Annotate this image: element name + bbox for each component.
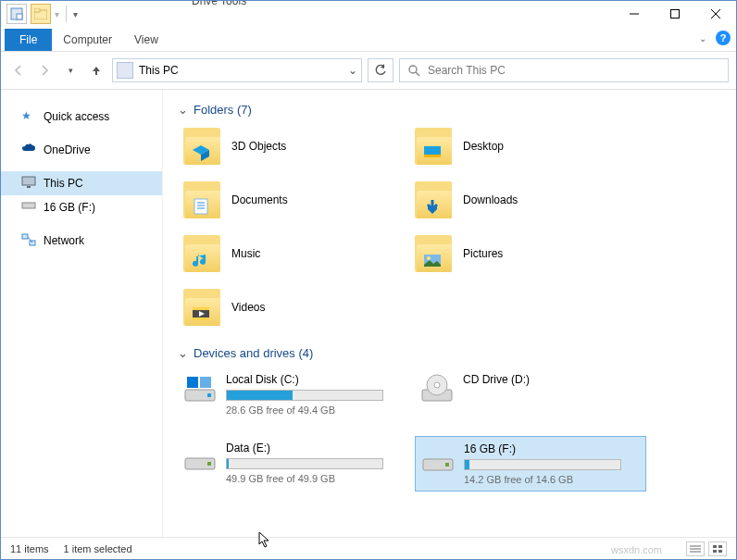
svg-rect-12 [22,203,35,208]
folder-icon [415,235,452,272]
forward-button[interactable] [34,60,55,81]
navigation-bar: ▾ This PC ⌄ Search This PC [1,51,736,90]
svg-rect-14 [30,241,35,245]
status-count: 11 items [10,543,49,554]
svg-point-23 [427,256,431,260]
svg-rect-17 [424,155,441,157]
watermark: wsxdn.com [611,544,662,555]
drives-section-header[interactable]: ⌄ Devices and drives (4) [178,346,721,360]
status-selection: 1 item selected [64,543,132,554]
svg-rect-5 [671,10,680,19]
drive-icon [21,200,36,215]
folder-item-pictures[interactable]: Pictures [409,231,641,276]
search-placeholder: Search This PC [428,64,506,77]
monitor-icon [21,176,36,191]
navigation-pane: ★ Quick access OneDrive This PC 16 GB (F… [1,90,163,539]
details-view-button[interactable] [686,541,705,556]
folder-item-3d-objects[interactable]: 3D Objects [178,124,409,168]
drive-item-f[interactable]: 16 GB (F:) 14.2 GB free of 14.6 GB [415,436,646,492]
svg-rect-18 [194,199,207,214]
new-folder-icon[interactable] [31,4,51,24]
svg-line-9 [416,72,419,76]
quick-access-toolbar: ▾ ▾ [1,4,78,24]
folders-section-header[interactable]: ⌄ Folders (7) [178,103,721,117]
sidebar-item-this-pc[interactable]: This PC [1,171,162,195]
close-button[interactable] [695,1,736,27]
folders-grid: 3D Objects Desktop Documents Downloads M… [178,124,721,330]
tab-view[interactable]: View [123,29,169,51]
folder-item-desktop[interactable]: Desktop [409,124,641,168]
hdd-icon [183,373,217,406]
folder-item-downloads[interactable]: Downloads [409,178,641,222]
cursor-icon [258,531,271,552]
svg-rect-28 [207,393,211,397]
usb-drive-icon [421,442,455,476]
chevron-down-icon: ⌄ [178,103,188,117]
folder-item-videos[interactable]: Videos [178,285,409,330]
ribbon-collapse-icon[interactable]: ⌄ [699,33,706,44]
svg-rect-44 [718,550,722,553]
sidebar-item-quick-access[interactable]: ★ Quick access [1,105,162,129]
folder-icon [183,181,220,218]
drive-item-e[interactable]: Data (E:) 49.9 GB free of 49.9 GB [178,436,409,492]
context-tab: Manage Drive Tools [186,0,252,23]
search-icon [407,64,420,77]
svg-rect-10 [22,177,35,185]
svg-rect-25 [193,307,209,310]
folder-icon [183,128,220,165]
svg-rect-26 [193,317,209,320]
usage-bar [226,390,383,401]
maximize-button[interactable] [655,1,695,27]
chevron-down-icon: ⌄ [178,346,188,360]
content-area: ⌄ Folders (7) 3D Objects Desktop Documen… [163,90,736,539]
usage-bar [226,458,383,469]
hdd-icon [183,442,217,475]
sidebar-item-onedrive[interactable]: OneDrive [1,138,162,162]
drives-grid: Local Disk (C:) 28.6 GB free of 49.4 GB … [178,367,721,492]
help-icon[interactable]: ? [716,31,731,45]
svg-rect-13 [22,234,28,239]
folder-icon [183,235,220,272]
folder-icon [415,181,452,218]
title-bar: ▾ ▾ Manage Drive Tools This PC [1,1,736,27]
svg-rect-42 [718,545,722,548]
tab-computer[interactable]: Computer [52,29,123,51]
svg-rect-37 [445,463,449,467]
svg-rect-3 [34,8,40,12]
folder-icon [183,289,220,326]
folder-icon [415,128,452,165]
svg-point-33 [434,382,440,388]
qat-customize-icon[interactable]: ▾ [73,9,78,19]
drive-item-c[interactable]: Local Disk (C:) 28.6 GB free of 49.4 GB [178,367,409,421]
sidebar-item-drive-f[interactable]: 16 GB (F:) [1,195,162,219]
back-button[interactable] [8,60,29,81]
minimize-button[interactable] [614,1,655,27]
this-pc-icon [117,62,133,79]
svg-rect-30 [200,377,211,388]
drive-item-d[interactable]: CD Drive (D:) [415,367,646,421]
thumbnails-view-button[interactable] [708,541,727,556]
recent-locations-button[interactable]: ▾ [60,60,81,81]
svg-rect-35 [207,462,211,466]
search-box[interactable]: Search This PC [399,58,729,82]
svg-rect-43 [713,550,717,553]
address-bar[interactable]: This PC ⌄ [112,58,362,82]
svg-rect-29 [187,377,198,388]
up-button[interactable] [86,60,106,81]
file-tab[interactable]: File [5,29,52,51]
svg-point-8 [409,66,417,73]
address-dropdown-icon[interactable]: ⌄ [348,64,357,77]
refresh-button[interactable] [368,58,393,82]
svg-rect-11 [27,186,31,188]
sidebar-item-network[interactable]: Network [1,229,162,253]
cd-icon [420,373,454,406]
star-icon: ★ [21,109,36,124]
tab-drive-tools[interactable]: Drive Tools [186,0,252,11]
undo-dropdown-icon[interactable]: ▾ [55,9,59,19]
folder-item-music[interactable]: Music [178,231,409,276]
ribbon: File Computer View ⌄ ? [1,27,736,51]
folder-item-documents[interactable]: Documents [178,178,409,222]
svg-rect-1 [17,14,22,19]
address-text: This PC [139,64,179,77]
properties-icon[interactable] [6,4,27,24]
